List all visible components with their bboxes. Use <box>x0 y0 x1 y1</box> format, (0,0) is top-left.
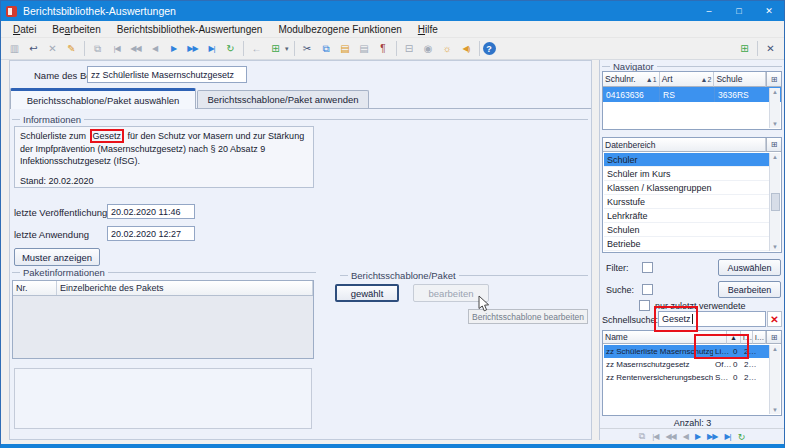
column-header-l[interactable]: l… <box>753 331 766 344</box>
back-arrow-icon[interactable]: ← <box>247 40 266 58</box>
toolbar-separator <box>479 41 480 56</box>
nur-zuletzt-checkbox[interactable] <box>639 300 650 311</box>
last-row-icon[interactable]: ▶| <box>724 432 730 441</box>
school-grid-scrollbar[interactable]: ▲ ▼ <box>769 88 780 128</box>
suche-checkbox[interactable] <box>642 284 653 295</box>
first-record-icon[interactable]: |◀ <box>107 40 126 58</box>
group-paketinformationen: Paketinformationen <box>12 267 316 278</box>
menu-berichtsbibliothek[interactable]: Berichtsbibliothek-Auswertungen <box>109 23 271 36</box>
undo-icon[interactable]: ↩ <box>24 40 43 58</box>
print-icon[interactable]: ⊟ <box>400 40 419 58</box>
new-report-dropdown-icon[interactable]: ▾ <box>285 45 289 53</box>
copy-record-icon[interactable]: ⧉ <box>639 431 645 442</box>
report-form-panel: Name des Berichts zz Schülerliste Masern… <box>9 60 592 440</box>
column-header-schulnr[interactable]: Schulnr.▲1 <box>603 72 660 87</box>
scroll-up-icon[interactable]: ▲ <box>772 154 778 160</box>
show-sample-button[interactable]: Muster anzeigen <box>14 248 100 266</box>
cut-icon[interactable]: ✂ <box>298 40 317 58</box>
column-header-nr[interactable]: Nr. <box>13 281 57 295</box>
edit-icon[interactable]: ✎ <box>62 40 81 58</box>
grid-options-icon[interactable]: ⊞ <box>766 138 781 152</box>
schnellsuche-label: Schnellsuche: <box>602 315 658 325</box>
refresh-icon[interactable]: ↻ <box>221 40 240 58</box>
fast-next-rows-icon[interactable]: ▶▶ <box>707 432 717 441</box>
school-row[interactable]: 04163636 RS 3636RS <box>603 87 781 102</box>
menu-datei[interactable]: Datei <box>5 23 44 36</box>
lightbulb-icon[interactable]: ☼ <box>438 40 457 58</box>
scroll-up-icon[interactable]: ▲ <box>772 89 778 95</box>
list-item-schueler[interactable]: Schüler <box>604 153 769 167</box>
copy-icon[interactable]: ⧉ <box>317 40 336 58</box>
column-header-einzelberichte[interactable]: Einzelberichte des Pakets <box>57 281 313 295</box>
tab-schablone-anwenden[interactable]: Berichtsschablone/Paket anwenden <box>197 90 369 108</box>
tab-schablone-auswaehlen[interactable]: Berichtsschablone/Paket auswählen <box>10 88 196 109</box>
last-publication-value[interactable]: 20.02.2020 11:46 <box>107 204 195 219</box>
last-usage-label: letzte Anwendung <box>14 229 89 240</box>
group-berichtsschablone-paket: Berichtsschablone/Paket <box>340 270 588 281</box>
close-button[interactable]: ✕ <box>754 1 784 21</box>
next-row-icon[interactable]: ▶ <box>695 432 700 441</box>
prev-row-icon[interactable]: ◀ <box>683 432 688 441</box>
menu-bar: Datei Bearbeiten Berichtsbibliothek-Ausw… <box>1 21 784 38</box>
column-header-schule[interactable]: Schule <box>714 72 766 87</box>
list-item-betriebe[interactable]: Betriebe <box>604 237 769 251</box>
result-row-2[interactable]: zz Masernschutzgesetz Of… 0 2… <box>604 358 769 371</box>
title-bar: Berichtsbibliothek-Auswertungen – □ ✕ <box>1 1 784 21</box>
paste-icon[interactable]: ▤ <box>336 40 355 58</box>
preview-icon[interactable]: ◉ <box>419 40 438 58</box>
list-item-schulen[interactable]: Schulen <box>604 223 769 237</box>
dock-panel-icon[interactable]: ⊞ <box>735 40 754 58</box>
list-item-klassen[interactable]: Klassen / Klassengruppen <box>604 181 769 195</box>
column-header-datenbereich[interactable]: Datenbereich <box>603 138 766 152</box>
menu-hilfe[interactable]: Hilfe <box>410 23 446 36</box>
navbar-divider <box>600 428 784 429</box>
scroll-down-icon[interactable]: ▼ <box>772 244 778 250</box>
result-row-3[interactable]: zz Rentenversicherungsbescheinigung… S… … <box>604 371 769 384</box>
toolbar: ▥ ↩ ✕ ✎ ⧉ |◀ ◀◀ ◀ ▶ ▶▶ ▶| ↻ ← ⊞ ▾ ✂ ⧉ ▤ … <box>1 38 784 60</box>
grid-options-icon[interactable]: ⊞ <box>766 72 781 87</box>
paragraph-icon[interactable]: ¶ <box>374 40 393 58</box>
list-item-lehrkraefte[interactable]: Lehrkräfte <box>604 209 769 223</box>
next-record-icon[interactable]: ▶ <box>164 40 183 58</box>
fast-prev-icon[interactable]: ◀◀ <box>126 40 145 58</box>
list-item-kursstufe[interactable]: Kursstufe <box>604 195 769 209</box>
scroll-up-icon[interactable]: ▲ <box>772 346 778 352</box>
first-row-icon[interactable]: |◀ <box>652 432 658 441</box>
help-icon[interactable]: ? <box>483 42 496 55</box>
minimize-button[interactable]: – <box>694 1 724 21</box>
results-scrollbar[interactable]: ▲ ▼ <box>769 345 780 414</box>
save-icon[interactable]: ▥ <box>5 40 24 58</box>
annotation-box-gesetz-word: Gesetz <box>90 129 125 143</box>
report-name-input[interactable]: zz Schülerliste Masernschutzgesetz <box>87 66 247 83</box>
datenbereich-scrollbar[interactable]: ▲ ▼ <box>769 153 780 251</box>
paste-special-icon[interactable]: ▤ <box>355 40 374 58</box>
results-list: Name ▲ i… l… ⊞ zz Schülerliste Masernsch… <box>602 330 782 416</box>
fast-prev-rows-icon[interactable]: ◀◀ <box>665 432 675 441</box>
report-description: Schülerliste zum Gesetz für den Schutz v… <box>14 126 314 188</box>
megaphone-icon[interactable]: ◀) <box>457 40 476 58</box>
grid-options-icon[interactable]: ⊞ <box>766 331 781 344</box>
clear-search-icon[interactable]: ✕ <box>767 311 782 327</box>
menu-modulbezogene-funktionen[interactable]: Modulbezogene Funktionen <box>270 23 409 36</box>
filter-checkbox[interactable] <box>642 262 653 273</box>
bearbeiten-right-button[interactable]: Bearbeiten <box>718 281 781 298</box>
refresh-rows-icon[interactable]: ↻ <box>738 432 746 442</box>
toolbar-separator <box>757 41 758 56</box>
list-item-schueler-im-kurs[interactable]: Schüler im Kurs <box>604 167 769 181</box>
gewaehlt-button[interactable]: gewählt <box>335 284 399 302</box>
new-report-icon[interactable]: ⊞ <box>266 40 285 58</box>
auswaehlen-button[interactable]: Auswählen <box>718 259 781 276</box>
maximize-button[interactable]: □ <box>724 1 754 21</box>
last-record-icon[interactable]: ▶| <box>202 40 221 58</box>
column-header-art[interactable]: Art▲2 <box>660 72 715 87</box>
fast-next-icon[interactable]: ▶▶ <box>183 40 202 58</box>
close-panel-icon[interactable]: ✕ <box>761 40 780 58</box>
scrollbar-thumb[interactable] <box>771 193 780 211</box>
scroll-down-icon[interactable]: ▼ <box>772 121 778 127</box>
menu-bearbeiten[interactable]: Bearbeiten <box>44 23 108 36</box>
delete-icon[interactable]: ✕ <box>43 40 62 58</box>
copy-record-icon[interactable]: ⧉ <box>88 40 107 58</box>
last-usage-value[interactable]: 20.02.2020 12:27 <box>107 226 195 241</box>
prev-record-icon[interactable]: ◀ <box>145 40 164 58</box>
scroll-down-icon[interactable]: ▼ <box>772 407 778 413</box>
